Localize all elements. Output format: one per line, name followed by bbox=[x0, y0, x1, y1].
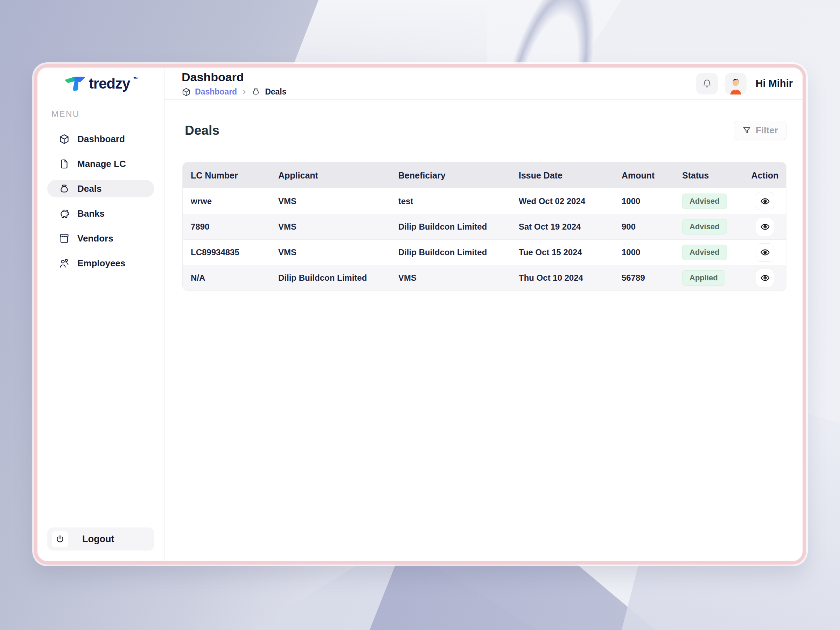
filter-label: Filter bbox=[756, 125, 778, 136]
main-panel: Deals Filter LC Number Applicant Benefic… bbox=[164, 100, 806, 561]
page-title: Dashboard bbox=[182, 70, 287, 84]
cell-amount: 56789 bbox=[614, 273, 674, 283]
table-body: wrwe VMS test Wed Oct 02 2024 1000 Advis… bbox=[183, 188, 786, 291]
piggy-bank-icon bbox=[59, 208, 69, 219]
status-badge: Advised bbox=[682, 219, 727, 235]
column-header: Beneficiary bbox=[390, 171, 511, 181]
sidebar-item-label: Banks bbox=[77, 208, 105, 219]
logout-button[interactable]: Logout bbox=[47, 527, 154, 551]
column-header: LC Number bbox=[183, 171, 270, 181]
cell-action bbox=[748, 243, 786, 262]
table-row: LC89934835 VMS Dilip Buildcon Limited Tu… bbox=[183, 239, 786, 265]
storefront-icon bbox=[59, 233, 69, 244]
cell-status: Advised bbox=[674, 245, 748, 260]
cell-lc-number: 7890 bbox=[183, 222, 270, 232]
sidebar-divider bbox=[49, 100, 152, 100]
eye-icon bbox=[760, 248, 770, 257]
user-avatar[interactable] bbox=[725, 73, 747, 95]
app-window: tredzy ™ MENU Dashboard Manage LC bbox=[34, 64, 806, 565]
sidebar-item-label: Dashboard bbox=[77, 134, 125, 145]
cell-status: Applied bbox=[674, 270, 748, 286]
content-area: Dashboard Dashboard Deals bbox=[164, 68, 806, 561]
cube-icon bbox=[182, 87, 191, 96]
brand-name: tredzy bbox=[89, 76, 130, 92]
filter-button[interactable]: Filter bbox=[734, 121, 786, 140]
money-bag-icon bbox=[59, 183, 69, 194]
cell-action bbox=[748, 218, 786, 236]
table-row: 7890 VMS Dilip Buildcon Limited Sat Oct … bbox=[183, 214, 786, 239]
sidebar-item-vendors[interactable]: Vendors bbox=[47, 230, 154, 247]
cell-lc-number: LC89934835 bbox=[183, 248, 270, 257]
cell-lc-number: N/A bbox=[183, 273, 270, 283]
brand-logo: tredzy ™ bbox=[38, 68, 164, 100]
bell-icon bbox=[702, 78, 712, 89]
cell-amount: 1000 bbox=[614, 248, 674, 257]
money-bag-icon bbox=[252, 87, 261, 96]
column-header: Applicant bbox=[270, 171, 390, 181]
eye-icon bbox=[760, 196, 770, 206]
column-header: Action bbox=[748, 171, 786, 181]
cell-applicant: VMS bbox=[270, 222, 390, 232]
deals-table: LC Number Applicant Beneficiary Issue Da… bbox=[182, 162, 786, 291]
menu-section-label: MENU bbox=[51, 109, 164, 119]
cell-amount: 900 bbox=[614, 222, 674, 232]
sidebar-item-label: Deals bbox=[77, 183, 101, 194]
cell-status: Advised bbox=[674, 194, 748, 209]
view-deal-button[interactable] bbox=[756, 218, 774, 236]
cell-beneficiary: VMS bbox=[390, 273, 511, 283]
cell-issue-date: Thu Oct 10 2024 bbox=[511, 273, 614, 283]
sidebar-item-employees[interactable]: Employees bbox=[47, 254, 154, 272]
status-badge: Advised bbox=[682, 194, 727, 209]
cell-issue-date: Tue Oct 15 2024 bbox=[511, 248, 614, 257]
table-header-row: LC Number Applicant Beneficiary Issue Da… bbox=[183, 163, 786, 188]
breadcrumb-dashboard-link[interactable]: Dashboard bbox=[195, 87, 237, 96]
logout-label: Logout bbox=[82, 534, 114, 545]
sidebar-item-manage-lc[interactable]: Manage LC bbox=[47, 155, 154, 172]
cell-beneficiary: Dilip Buildcon Limited bbox=[390, 222, 511, 232]
cell-action bbox=[748, 192, 786, 210]
tredzy-logo-icon bbox=[64, 76, 85, 92]
chevron-right-icon bbox=[241, 89, 248, 95]
eye-icon bbox=[760, 273, 770, 283]
brand-trademark: ™ bbox=[133, 76, 138, 82]
eye-icon bbox=[760, 222, 770, 232]
breadcrumb-current: Deals bbox=[265, 87, 286, 96]
cell-action bbox=[748, 269, 786, 287]
sidebar-item-label: Manage LC bbox=[77, 159, 126, 169]
document-icon bbox=[59, 159, 69, 169]
status-badge: Advised bbox=[682, 245, 727, 260]
cell-amount: 1000 bbox=[614, 196, 674, 206]
table-row: N/A Dilip Buildcon Limited VMS Thu Oct 1… bbox=[183, 265, 786, 291]
cube-icon bbox=[59, 134, 69, 145]
cell-beneficiary: test bbox=[390, 196, 511, 206]
cell-lc-number: wrwe bbox=[183, 196, 270, 206]
sidebar-item-deals[interactable]: Deals bbox=[47, 180, 154, 197]
column-header: Issue Date bbox=[511, 171, 614, 181]
power-icon bbox=[52, 531, 68, 547]
column-header: Amount bbox=[614, 171, 674, 181]
sidebar-menu: Dashboard Manage LC Deals bbox=[38, 130, 164, 272]
cell-applicant: VMS bbox=[270, 196, 390, 206]
breadcrumb: Dashboard Deals bbox=[182, 87, 287, 96]
notifications-button[interactable] bbox=[696, 73, 718, 95]
cell-applicant: VMS bbox=[270, 248, 390, 257]
user-greeting: Hi Mihir bbox=[756, 78, 793, 89]
view-deal-button[interactable] bbox=[756, 192, 774, 210]
cell-issue-date: Wed Oct 02 2024 bbox=[511, 196, 614, 206]
column-header: Status bbox=[674, 171, 748, 181]
people-icon bbox=[59, 258, 69, 269]
sidebar: tredzy ™ MENU Dashboard Manage LC bbox=[38, 68, 164, 561]
sidebar-item-dashboard[interactable]: Dashboard bbox=[47, 130, 154, 148]
sidebar-item-banks[interactable]: Banks bbox=[47, 205, 154, 222]
status-badge: Applied bbox=[682, 270, 725, 286]
view-deal-button[interactable] bbox=[756, 269, 774, 287]
sidebar-item-label: Employees bbox=[77, 258, 125, 269]
sidebar-item-label: Vendors bbox=[77, 233, 114, 244]
table-row: wrwe VMS test Wed Oct 02 2024 1000 Advis… bbox=[183, 188, 786, 214]
deals-heading: Deals bbox=[185, 123, 219, 138]
funnel-icon bbox=[742, 126, 751, 135]
cell-issue-date: Sat Oct 19 2024 bbox=[511, 222, 614, 232]
topbar: Dashboard Dashboard Deals bbox=[164, 68, 806, 100]
avatar-person-image bbox=[726, 76, 745, 95]
view-deal-button[interactable] bbox=[756, 243, 774, 262]
